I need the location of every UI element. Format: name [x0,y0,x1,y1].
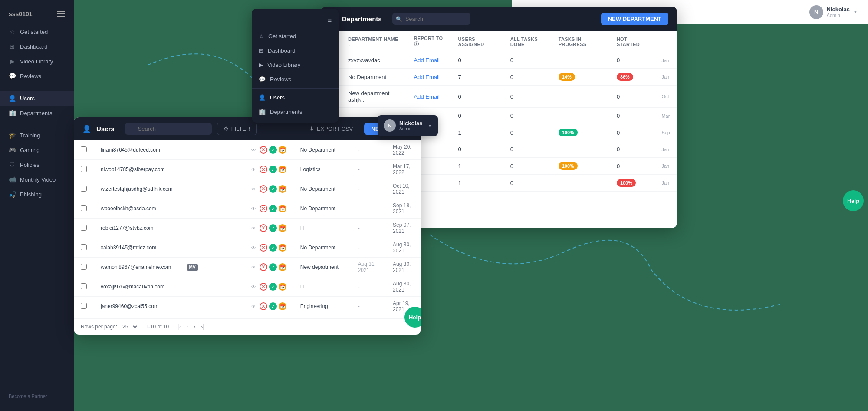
view-icon[interactable]: 👁 [249,185,258,193]
dept-help-button[interactable]: Help [843,190,864,211]
view-icon[interactable]: 👁 [249,165,258,174]
top-user-menu[interactable]: N Nickolas Admin ▼ [809,5,858,19]
sidebar-item-policies[interactable]: 🛡 Policies [0,157,74,172]
sidebar-item-dashboard[interactable]: ⊞ Dashboard [0,39,74,54]
calendar-icon[interactable]: 📅 [279,244,286,252]
block-icon[interactable]: ✕ [260,244,267,252]
sidebar-item-users[interactable]: 👤 Users [0,91,74,106]
left-sidebar: sss0101 ☆ Get started ⊞ Dashboard ▶ Vide… [0,0,74,411]
sidebar-item-monthly-video[interactable]: 📹 Monthly Video [0,172,74,187]
last-page-button[interactable]: ›| [199,322,206,331]
dropdown-item-users[interactable]: 👤 Users [252,90,339,105]
block-icon[interactable]: ✕ [260,166,267,173]
check-icon[interactable]: ✓ [269,224,277,232]
user-row-checkbox[interactable] [81,283,87,289]
top-avatar: N [809,5,823,19]
sidebar-nav: ☆ Get started ⊞ Dashboard ▶ Video Librar… [0,24,74,388]
block-icon[interactable]: ✕ [260,302,267,310]
user-row-checkbox[interactable] [81,225,87,231]
next-page-button[interactable]: › [192,322,197,331]
check-icon[interactable]: ✓ [269,205,277,212]
pagination-nav: |‹ ‹ › ›| [176,322,206,331]
export-csv-button[interactable]: ⬇ EXPORT CSV [303,123,359,135]
block-icon[interactable]: ✕ [260,224,267,232]
rows-per-page-label: Rows per page: [81,324,117,330]
block-icon[interactable]: ✕ [260,185,267,193]
check-icon[interactable]: ✓ [269,283,277,291]
view-icon[interactable]: 👁 [249,302,258,311]
user-row-checkbox[interactable] [81,146,87,152]
hamburger-menu-icon[interactable]: ≡ [328,17,332,24]
user-table-row: linam87645@dufeed.com 👁 ✕ ✓ 📅 No Departm… [74,140,421,160]
hamburger-button[interactable] [57,11,65,17]
check-icon[interactable]: ✓ [269,185,277,193]
new-department-button[interactable]: NEW DEPARTMENT [601,13,668,25]
calendar-icon[interactable]: 📅 [279,224,286,232]
check-icon[interactable]: ✓ [269,302,277,310]
block-icon[interactable]: ✕ [260,283,267,291]
departments-title: Departments [342,15,382,23]
calendar-icon[interactable]: 📅 [279,146,286,154]
filter-button[interactable]: ⚙ FILTER [217,123,257,135]
user-row-checkbox[interactable] [81,244,87,250]
user-table-row: wpoeoihckh@asda.com 👁 ✕ ✓ 📅 No Departmen… [74,199,421,219]
view-icon[interactable]: 👁 [249,204,258,213]
sidebar-item-reviews[interactable]: 💬 Reviews [0,69,74,83]
user-row-checkbox[interactable] [81,205,87,211]
dropdown-item-reviews[interactable]: 💬 Reviews [252,72,339,86]
filter-icon: ⚙ [224,126,229,132]
view-icon[interactable]: 👁 [249,146,258,154]
user-row-checkbox[interactable] [81,166,87,172]
dept-col-name: Department Name ↓ [341,31,407,52]
add-email-link[interactable]: Add Email [414,74,440,80]
dropdown-item-dashboard[interactable]: ⊞ Dashboard [252,43,339,58]
nickolas-name: Nickolas [399,120,422,126]
sidebar-item-gaming[interactable]: 🎮 Gaming [0,143,74,157]
become-partner-link[interactable]: Become a Partner [0,388,74,404]
block-icon[interactable]: ✕ [260,146,267,154]
add-email-link[interactable]: Add Email [414,93,440,100]
check-icon[interactable]: ✓ [269,263,277,271]
dropdown-item-departments[interactable]: 🏢 Departments [252,105,339,119]
nickolas-role: Admin [399,126,422,131]
sidebar-item-departments[interactable]: 🏢 Departments [0,106,74,120]
view-icon[interactable]: 👁 [249,263,258,272]
block-icon[interactable]: ✕ [260,205,267,212]
user-row-checkbox[interactable] [81,303,87,309]
dept-search-input[interactable] [392,13,470,25]
view-icon[interactable]: 👁 [249,224,258,232]
pagination-info: 1-10 of 10 [145,324,169,330]
calendar-icon[interactable]: 📅 [279,263,286,271]
user-row-checkbox[interactable] [81,264,87,270]
check-icon[interactable]: ✓ [269,166,277,173]
view-icon[interactable]: 👁 [249,282,258,291]
prev-page-button[interactable]: ‹ [184,322,190,331]
user-table-row: xalah39145@mtlcz.com 👁 ✕ ✓ 📅 No Departme… [74,238,421,258]
user-row-checkbox[interactable] [81,186,87,192]
sidebar-item-training[interactable]: 🎓 Training [0,128,74,143]
users-search-input[interactable] [125,123,212,135]
users-panel-title: Users [96,125,115,133]
users-footer: Rows per page: 25 50 100 1-10 of 10 |‹ ‹… [74,318,421,335]
calendar-icon[interactable]: 📅 [279,283,286,291]
add-email-link[interactable]: Add Email [414,57,440,63]
first-page-button[interactable]: |‹ [176,322,183,331]
calendar-icon[interactable]: 📅 [279,166,286,173]
users-search-wrapper: 🔍 [125,123,212,135]
nickolas-user-dropdown[interactable]: N Nickolas Admin ▼ [378,115,438,136]
top-username: Nickolas [827,6,850,13]
check-icon[interactable]: ✓ [269,146,277,154]
rows-per-page-select[interactable]: 25 50 100 [121,323,138,330]
calendar-icon[interactable]: 📅 [279,205,286,212]
sidebar-item-phishing[interactable]: 🎣 Phishing [0,187,74,202]
dropdown-item-video-library[interactable]: ▶ Video Library [252,58,339,72]
sidebar-item-get-started[interactable]: ☆ Get started [0,24,74,39]
block-icon[interactable]: ✕ [260,263,267,271]
calendar-icon[interactable]: 📅 [279,302,286,310]
dropdown-item-get-started[interactable]: ☆ Get started [252,29,339,43]
view-icon[interactable]: 👁 [249,243,258,252]
dept-search-wrapper: 🔍 [392,13,470,25]
sidebar-item-video-library[interactable]: ▶ Video Library [0,54,74,69]
calendar-icon[interactable]: 📅 [279,185,286,193]
check-icon[interactable]: ✓ [269,244,277,252]
